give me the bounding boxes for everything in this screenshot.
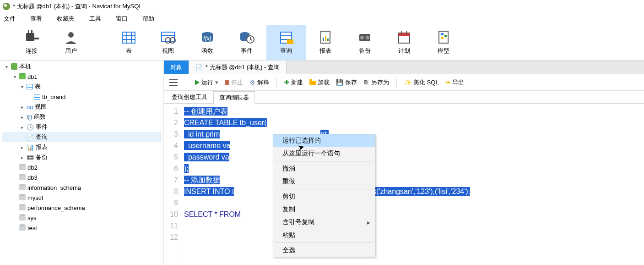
tree-sys[interactable]: sys [2,213,162,223]
beautify-label: 美化 SQL [413,78,439,87]
tree-mysql[interactable]: mysql [2,193,162,203]
chevron-down-icon[interactable]: ▾ [4,64,9,69]
chevron-right-icon[interactable]: ▸ [19,125,25,130]
menu-file[interactable]: 文件 [4,15,16,23]
code-area[interactable]: -- 创建用户表 CREATE TABLE tb_user( id int pr… [182,104,644,265]
tree-test[interactable]: test [2,223,162,233]
separator [275,161,373,161]
ctx-copy[interactable]: 复制 [273,203,375,216]
save-icon: 💾 [336,79,343,86]
chevron-right-icon: ▸ [367,219,370,226]
toolbar-function[interactable]: f(x) 函数 [188,25,227,60]
new-button[interactable]: ✚新建 [282,77,305,88]
chevron-down-icon[interactable]: ▾ [12,74,17,79]
toolbar-event-label: 事件 [241,47,253,55]
tree-tables-label: 表 [35,83,41,91]
wand-icon: ✨ [404,79,411,86]
ctx-redo[interactable]: 重做 [273,175,375,188]
toolbar-connection[interactable]: 连接 [12,25,51,60]
code-l9a: INSERT INTO t [184,187,234,196]
load-label: 加载 [318,78,330,87]
toolbar-user[interactable]: 用户 [51,25,91,60]
chevron-right-icon[interactable]: ▸ [19,155,25,160]
subtab-editor[interactable]: 查询编辑器 [213,91,255,104]
svg-rect-37 [441,37,444,39]
saveas-button[interactable]: 🗎另存为 [362,77,391,88]
menu-fav[interactable]: 收藏夹 [57,15,75,23]
chevron-right-icon[interactable]: ▸ [19,105,25,110]
window-title: * 无标题 @db1 (本机) - 查询 - Navicat for MySQL [13,2,142,11]
toolbar-table[interactable]: 表 [109,25,148,60]
chevron-right-icon[interactable]: ▸ [19,115,25,120]
export-button[interactable]: ➡导出 [444,77,466,88]
toolbar-model[interactable]: 模型 [424,25,463,60]
svg-rect-36 [441,33,444,35]
toolbar-query[interactable]: 查询 [266,25,306,60]
ctx-cut[interactable]: 剪切 [273,190,375,203]
svg-point-30 [366,36,369,39]
connection-tree[interactable]: ▾本机 ▾db1 ▾表 tb_brand ▸oo视图 ▸f()函数 ▸🕒事件 📄… [0,61,164,265]
ctx-undo[interactable]: 撤消 [273,162,375,175]
chevron-right-icon[interactable]: ▸ [19,145,25,150]
tree-is-label: information_schema [27,184,81,191]
tab-query[interactable]: 📄* 无标题 @db1 (本机) - 查询 [189,61,287,74]
save-button[interactable]: 💾保存 [334,77,359,88]
tree-views[interactable]: ▸oo视图 [2,102,162,112]
chevron-down-icon[interactable]: ▾ [19,84,25,89]
separator [275,189,373,189]
code-l6: ); [184,164,189,173]
tree-backups[interactable]: ▸📼备份 [2,152,162,162]
tree-events[interactable]: ▸🕒事件 [2,122,162,132]
tree-reports[interactable]: ▸📊报表 [2,142,162,152]
tree-events-label: 事件 [36,123,48,131]
ctx-copy-quoted-label: 含引号复制 [282,218,314,226]
svg-rect-10 [162,32,174,41]
ctx-select-all[interactable]: 全选 [273,244,375,257]
beautify-button[interactable]: ✨美化 SQL [402,77,441,88]
tree-queries-label: 查询 [36,133,48,141]
svg-rect-27 [327,39,329,41]
run-button[interactable]: 运行▾ [193,77,220,88]
ctx-paste[interactable]: 粘贴 [273,229,375,242]
database-icon [19,185,26,190]
database-icon [19,215,26,221]
tree-tb-brand[interactable]: tb_brand [2,92,162,102]
toolbar-view[interactable]: 视图 [148,25,188,60]
tree-tables[interactable]: ▾表 [2,82,162,92]
tree-ps[interactable]: performance_schema [2,203,162,213]
tree-db2[interactable]: db2 [2,162,162,172]
tree-host[interactable]: ▾本机 [2,61,162,72]
tree-queries[interactable]: 📄查询 [2,132,162,142]
tree-db3[interactable]: db3 [2,172,162,182]
toolbar-backup[interactable]: 备份 [345,25,384,60]
load-button[interactable]: 加载 [308,77,331,88]
query-icon [278,30,294,45]
toolbar-report[interactable]: 报表 [306,25,345,60]
explain-button[interactable]: ⚙解释 [248,77,271,88]
svg-text:f(x): f(x) [203,35,211,42]
menu-tools[interactable]: 工具 [89,15,101,23]
menu-view[interactable]: 查看 [30,15,42,23]
tree-is[interactable]: information_schema [2,182,162,193]
ctx-run-from-here-label: 从这里运行一个语句 [282,149,340,158]
tree-backups-label: 备份 [36,153,48,161]
tree-funcs[interactable]: ▸f()函数 [2,112,162,122]
menu-window[interactable]: 窗口 [116,15,128,23]
sql-editor[interactable]: 123456789101112 -- 创建用户表 CREATE TABLE tb… [164,104,644,265]
event-node-icon: 🕒 [27,124,34,131]
stop-button[interactable]: 停止 [223,77,245,88]
tree-db1[interactable]: ▾db1 [2,72,162,82]
ctx-run-from-here[interactable]: 从这里运行一个语句 [273,147,375,160]
toolbar-plan[interactable]: 计划 [384,25,424,60]
dropdown-icon[interactable]: ▾ [215,79,218,86]
toolbar-event[interactable]: 事件 [227,25,266,60]
toolbar-user-label: 用户 [65,47,77,55]
ctx-run-selected[interactable]: 运行已选择的 [273,134,375,147]
database-icon [19,74,26,79]
subtab-builder[interactable]: 查询创建工具 [166,91,213,103]
tab-objects[interactable]: 对象 [164,61,189,74]
menu-help[interactable]: 帮助 [142,15,154,23]
menu-toggle[interactable] [168,78,179,87]
separator [396,77,397,88]
ctx-copy-quoted[interactable]: 含引号复制▸ [273,216,375,229]
